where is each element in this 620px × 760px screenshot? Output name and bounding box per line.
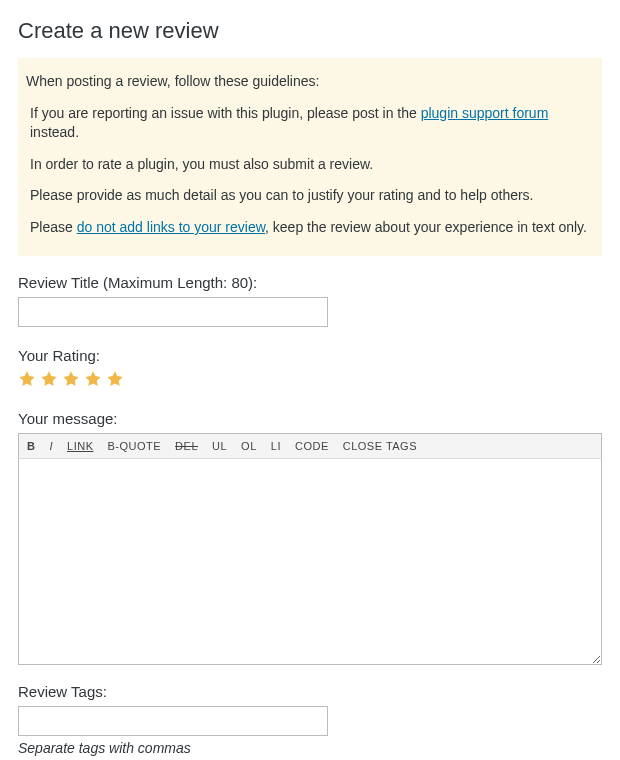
guidelines-issue-post: instead. — [30, 124, 79, 140]
review-title-label: Review Title (Maximum Length: 80): — [18, 274, 602, 291]
page-title: Create a new review — [18, 18, 602, 44]
guidelines-links-pre: Please — [30, 219, 77, 235]
rating-label: Your Rating: — [18, 347, 602, 364]
toolbar-bold-button[interactable]: B — [27, 440, 35, 452]
star-icon[interactable] — [106, 370, 124, 388]
toolbar-italic-button[interactable]: I — [49, 440, 53, 452]
rating-stars[interactable] — [18, 370, 602, 390]
toolbar-link-button[interactable]: LINK — [67, 440, 93, 452]
guidelines-detail-line: Please provide as much detail as you can… — [30, 186, 590, 206]
guidelines-links-line: Please do not add links to your review, … — [30, 218, 590, 238]
support-forum-link[interactable]: plugin support forum — [421, 105, 549, 121]
toolbar-ul-button[interactable]: UL — [212, 440, 227, 452]
tags-hint: Separate tags with commas — [18, 740, 602, 756]
star-icon[interactable] — [40, 370, 58, 388]
toolbar-li-button[interactable]: LI — [271, 440, 281, 452]
toolbar-bquote-button[interactable]: B-QUOTE — [107, 440, 161, 452]
tags-input[interactable] — [18, 706, 328, 736]
message-label: Your message: — [18, 410, 602, 427]
guidelines-rate-line: In order to rate a plugin, you must also… — [30, 155, 590, 175]
message-textarea[interactable] — [18, 459, 602, 665]
toolbar-ol-button[interactable]: OL — [241, 440, 257, 452]
guidelines-issue-line: If you are reporting an issue with this … — [30, 104, 590, 143]
toolbar-code-button[interactable]: CODE — [295, 440, 329, 452]
guidelines-intro: When posting a review, follow these guid… — [26, 72, 590, 92]
star-icon[interactable] — [18, 370, 36, 388]
guidelines-box: When posting a review, follow these guid… — [18, 58, 602, 256]
no-links-link[interactable]: do not add links to your review — [77, 219, 265, 235]
guidelines-links-post: , keep the review about your experience … — [265, 219, 587, 235]
star-icon[interactable] — [62, 370, 80, 388]
tags-label: Review Tags: — [18, 683, 602, 700]
review-title-input[interactable] — [18, 297, 328, 327]
star-icon[interactable] — [84, 370, 102, 388]
toolbar-del-button[interactable]: DEL — [175, 440, 198, 452]
editor-toolbar: B I LINK B-QUOTE DEL UL OL LI CODE CLOSE… — [18, 433, 602, 459]
guidelines-issue-pre: If you are reporting an issue with this … — [30, 105, 421, 121]
toolbar-close-tags-button[interactable]: CLOSE TAGS — [343, 440, 417, 452]
